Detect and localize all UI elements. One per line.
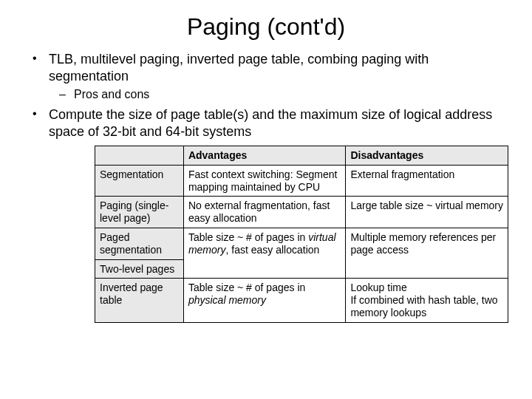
row-inverted-name: Inverted page table (95, 279, 184, 322)
row-pagedseg-adv-post: , fast easy allocation (225, 244, 319, 256)
bullet-1: TLB, multilevel paging, inverted page ta… (43, 51, 511, 102)
bullet-1-text: TLB, multilevel paging, inverted page ta… (49, 52, 429, 83)
header-advantages: Advantages (183, 146, 346, 166)
row-pagedseg-dis: Multiple memory references per page acce… (346, 228, 508, 278)
row-inverted-dis: Lookup time If combined with hash table,… (346, 279, 508, 322)
table-header-row: Advantages Disadvantages (95, 146, 508, 166)
page-title: Paging (cont'd) (21, 13, 511, 41)
comparison-table: Advantages Disadvantages Segmentation Fa… (95, 146, 508, 323)
row-seg-name: Segmentation (95, 165, 184, 197)
comparison-table-wrap: Advantages Disadvantages Segmentation Fa… (95, 146, 508, 323)
row-seg-dis: External fragmentation (346, 165, 508, 197)
bullet-2: Compute the size of page table(s) and th… (43, 106, 511, 140)
bullet-1-sublist: Pros and cons (49, 87, 511, 102)
row-pagedseg-name2: Two-level pages (95, 259, 184, 279)
row-inverted-adv: Table size ~ # of pages in physical memo… (183, 279, 346, 322)
slide: Paging (cont'd) TLB, multilevel paging, … (0, 0, 532, 338)
header-blank (95, 146, 184, 166)
bullet-list: TLB, multilevel paging, inverted page ta… (21, 51, 511, 140)
row-pagedseg-adv: Table size ~ # of pages in virtual memor… (183, 228, 346, 278)
row-seg-adv: Fast context switching: Segment mapping … (183, 165, 346, 197)
header-disadvantages: Disadvantages (346, 146, 508, 166)
row-paging-name: Paging (single-level page) (95, 197, 184, 228)
table-row: Paged segmentation Table size ~ # of pag… (95, 228, 508, 259)
row-paging-dis: Large table size ~ virtual memory (346, 197, 508, 228)
row-paging-adv: No external fragmentation, fast easy all… (183, 197, 346, 228)
bullet-1-sub-1: Pros and cons (69, 87, 511, 102)
row-pagedseg-name1: Paged segmentation (95, 228, 184, 259)
row-pagedseg-adv-pre: Table size ~ # of pages in (188, 231, 308, 243)
table-row: Segmentation Fast context switching: Seg… (95, 165, 508, 197)
row-inverted-adv-em: physical memory (188, 294, 266, 306)
table-row: Inverted page table Table size ~ # of pa… (95, 279, 508, 322)
table-row: Paging (single-level page) No external f… (95, 197, 508, 228)
row-inverted-adv-pre: Table size ~ # of pages in (188, 282, 305, 293)
